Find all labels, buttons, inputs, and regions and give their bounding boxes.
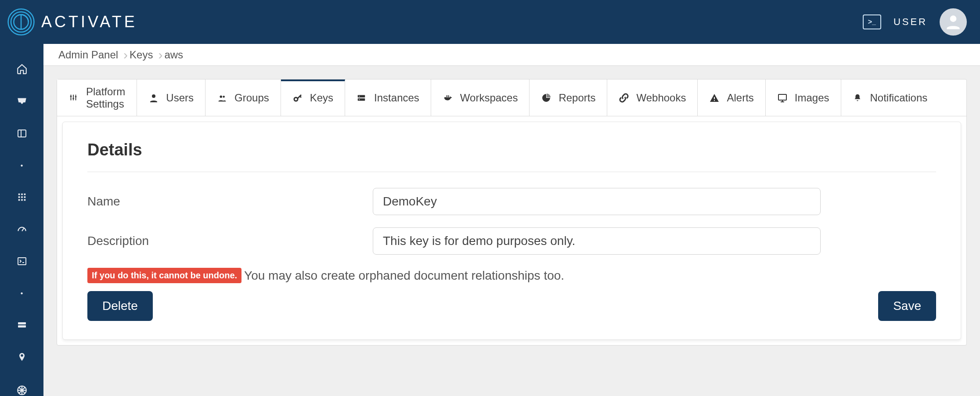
admin-card: PlatformSettings Users Groups (57, 79, 967, 346)
svg-point-35 (220, 95, 223, 98)
settings-sliders-icon (68, 93, 79, 103)
docker-icon (443, 93, 453, 103)
svg-point-40 (359, 96, 360, 97)
terminal-button[interactable]: >_ (863, 14, 881, 29)
sidebar-panel[interactable] (15, 128, 29, 139)
tab-label: Instances (374, 92, 419, 104)
tab-images[interactable]: Images (766, 79, 841, 116)
svg-rect-26 (71, 97, 72, 100)
crumb-admin-panel[interactable]: Admin Panel (57, 44, 126, 65)
user-label[interactable]: USER (894, 16, 927, 28)
svg-rect-14 (24, 199, 25, 201)
topbar: ACTIVATE >_ USER (0, 0, 980, 44)
svg-rect-48 (714, 100, 715, 101)
svg-line-15 (22, 228, 24, 231)
svg-rect-49 (778, 94, 786, 100)
tab-label: PlatformSettings (86, 86, 125, 110)
svg-rect-46 (448, 95, 449, 97)
svg-point-3 (950, 15, 957, 22)
svg-rect-10 (21, 196, 23, 198)
tab-groups[interactable]: Groups (205, 79, 281, 116)
svg-point-25 (70, 95, 72, 97)
sidebar-dot-1[interactable]: ● (15, 160, 29, 170)
tab-label: Webhooks (636, 92, 686, 104)
svg-rect-39 (358, 98, 365, 101)
tab-users[interactable]: Users (137, 79, 205, 116)
tab-label: Images (795, 92, 829, 104)
link-icon (619, 93, 629, 103)
tab-label: Reports (558, 92, 595, 104)
group-icon (217, 93, 227, 103)
breadcrumb: Admin Panel › Keys › aws (43, 44, 980, 66)
tab-instances[interactable]: Instances (345, 79, 431, 116)
tab-label: Keys (310, 92, 333, 104)
crumb-aws[interactable]: aws (160, 44, 191, 65)
svg-rect-12 (18, 199, 20, 201)
delete-button[interactable]: Delete (87, 291, 153, 321)
details-panel: Details Name Description If you do this,… (62, 122, 961, 340)
svg-rect-4 (18, 130, 26, 137)
sidebar-terminal[interactable] (15, 256, 29, 266)
warning-text: You may also create orphaned document re… (244, 269, 564, 283)
sidebar: ● ● (0, 44, 43, 396)
svg-rect-30 (73, 99, 74, 100)
bell-icon (853, 93, 863, 103)
tab-workspaces[interactable]: Workspaces (431, 79, 530, 116)
svg-rect-9 (18, 196, 20, 198)
svg-rect-16 (18, 258, 26, 265)
svg-rect-8 (24, 194, 25, 195)
svg-rect-18 (18, 325, 26, 328)
svg-rect-7 (21, 194, 23, 195)
tab-reports[interactable]: Reports (530, 79, 607, 116)
description-label: Description (87, 234, 373, 248)
tab-notifications[interactable]: Notifications (841, 79, 939, 116)
sidebar-home[interactable] (15, 63, 29, 75)
sidebar-dot-2[interactable]: ● (15, 288, 29, 298)
save-button[interactable]: Save (878, 291, 936, 321)
tab-platform-settings[interactable]: PlatformSettings (57, 79, 137, 116)
svg-rect-13 (21, 199, 23, 201)
alert-icon (709, 93, 720, 103)
tab-label: Groups (234, 92, 269, 104)
spiral-icon (6, 7, 36, 37)
svg-point-31 (75, 96, 77, 97)
sidebar-storage[interactable] (15, 320, 29, 330)
tab-webhooks[interactable]: Webhooks (607, 79, 698, 116)
sidebar-wheel[interactable] (15, 385, 29, 396)
svg-point-36 (223, 96, 225, 98)
name-input[interactable] (373, 188, 821, 215)
tab-label: Notifications (870, 92, 928, 104)
tab-label: Users (166, 92, 194, 104)
panel-title: Details (87, 140, 936, 159)
svg-rect-6 (18, 194, 20, 195)
user-icon (148, 93, 159, 103)
server-icon (357, 93, 367, 103)
sidebar-grid[interactable] (15, 192, 29, 202)
svg-point-37 (294, 97, 298, 101)
tab-keys[interactable]: Keys (281, 79, 345, 116)
key-icon (292, 93, 303, 103)
svg-rect-11 (24, 196, 25, 198)
svg-rect-33 (76, 94, 76, 96)
sidebar-inbox[interactable] (15, 96, 29, 107)
svg-rect-32 (76, 97, 76, 100)
svg-point-34 (152, 94, 155, 98)
description-input[interactable] (373, 227, 821, 255)
tab-alerts[interactable]: Alerts (698, 79, 765, 116)
tabs: PlatformSettings Users Groups (57, 79, 966, 116)
brand-text: ACTIVATE (41, 13, 137, 31)
sidebar-pin[interactable] (15, 351, 29, 364)
svg-rect-17 (18, 322, 26, 324)
svg-rect-45 (446, 95, 447, 97)
monitor-icon (777, 93, 788, 103)
tab-label: Workspaces (460, 92, 518, 104)
avatar[interactable] (940, 8, 967, 36)
svg-rect-38 (358, 95, 365, 97)
svg-point-28 (72, 98, 74, 100)
svg-rect-29 (73, 94, 74, 97)
brand-logo[interactable]: ACTIVATE (6, 7, 137, 37)
warning-badge: If you do this, it cannot be undone. (87, 268, 241, 283)
sidebar-gauge[interactable] (15, 223, 29, 235)
terminal-icon: >_ (868, 18, 876, 26)
crumb-keys[interactable]: Keys (125, 44, 161, 65)
